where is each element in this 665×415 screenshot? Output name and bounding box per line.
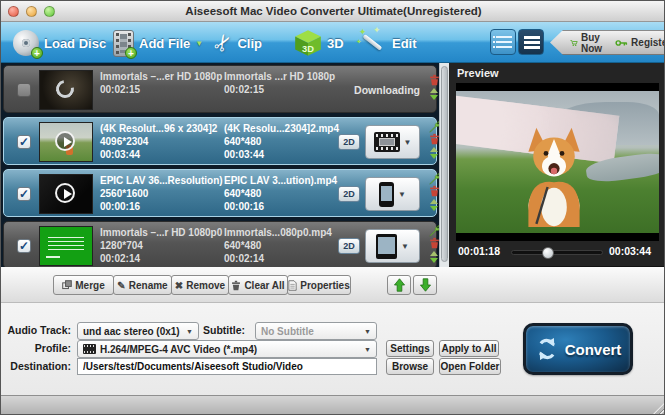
rename-button[interactable]: ✎ Rename bbox=[113, 275, 172, 295]
row-checkbox[interactable]: ✓ bbox=[17, 239, 31, 253]
video-thumbnail[interactable] bbox=[39, 174, 93, 214]
row-checkbox[interactable]: ✓ bbox=[17, 135, 31, 149]
filmstrip-icon: + bbox=[113, 30, 134, 57]
register-button[interactable]: Register bbox=[611, 37, 665, 49]
move-up-icon[interactable] bbox=[430, 147, 438, 152]
move-up-icon[interactable] bbox=[430, 251, 438, 256]
destination-input[interactable] bbox=[77, 358, 377, 375]
action-strip: Merge ✎ Rename ✖ Remove Clear All Proper… bbox=[1, 267, 665, 303]
convert-button[interactable]: Convert bbox=[523, 323, 633, 375]
delete-icon[interactable] bbox=[429, 185, 440, 197]
output-format-button[interactable]: ▼ bbox=[365, 177, 420, 211]
2d-3d-toggle-button[interactable]: 2D bbox=[338, 186, 360, 202]
edit-button[interactable]: ✦✦✦ Edit bbox=[361, 26, 417, 60]
add-file-button[interactable]: + Add File ▼ bbox=[113, 26, 203, 60]
open-folder-button[interactable]: Open Folder bbox=[439, 358, 501, 375]
add-file-label: Add File bbox=[139, 36, 190, 51]
document-icon bbox=[288, 280, 297, 291]
minimize-window-button[interactable] bbox=[26, 6, 37, 17]
video-display[interactable] bbox=[456, 83, 659, 241]
move-down-icon[interactable] bbox=[430, 258, 438, 263]
clip-button[interactable]: ✂ Clip bbox=[214, 26, 262, 60]
2d-3d-toggle-button[interactable]: 2D bbox=[338, 238, 360, 254]
video-thumbnail[interactable] bbox=[39, 122, 93, 162]
zoom-window-button[interactable] bbox=[44, 6, 55, 17]
profile-label: Profile: bbox=[5, 342, 71, 354]
row-checkbox[interactable]: ✓ bbox=[17, 187, 31, 201]
scissors-icon: ✂ bbox=[207, 29, 239, 58]
magic-wand-icon: ✦✦✦ bbox=[361, 30, 387, 56]
2d-3d-toggle-button[interactable]: 2D bbox=[338, 134, 360, 150]
x-icon: ✖ bbox=[175, 280, 183, 291]
file-row-downloading[interactable]: Immortals –...er HD 1080p 00:02:15 Immor… bbox=[3, 65, 437, 113]
simple-list-icon bbox=[524, 36, 540, 50]
convert-label: Convert bbox=[565, 341, 622, 358]
move-up-icon[interactable] bbox=[430, 199, 438, 204]
audio-track-value: und aac stereo (0x1) bbox=[83, 326, 180, 337]
cart-icon bbox=[570, 37, 578, 49]
remove-button[interactable]: ✖ Remove bbox=[171, 275, 229, 295]
delete-icon[interactable] bbox=[429, 133, 440, 145]
seek-slider[interactable] bbox=[511, 250, 603, 255]
3d-cube-icon: 3D bbox=[294, 29, 322, 57]
progress-ring-icon bbox=[52, 76, 77, 101]
app-window: Aiseesoft Mac Video Converter Ultimate(U… bbox=[0, 0, 665, 415]
pencil-icon: ✎ bbox=[117, 280, 125, 291]
close-window-button[interactable] bbox=[8, 6, 19, 17]
buy-now-button[interactable]: Buy Now bbox=[566, 32, 611, 54]
file-row-epic[interactable]: ✓ EPIC LAV 36...Resolution) 2560*1600 00… bbox=[3, 169, 437, 217]
chevron-down-icon: ▼ bbox=[404, 138, 412, 147]
settings-button[interactable]: Settings bbox=[386, 340, 434, 357]
mini-film-icon bbox=[83, 344, 96, 354]
iphone-format-icon bbox=[379, 182, 394, 207]
disc-icon: + bbox=[13, 30, 39, 56]
seek-handle[interactable] bbox=[542, 247, 554, 259]
file-row-4k[interactable]: ✓ (4K Resolut...96 x 2304]2 4096*2304 00… bbox=[3, 117, 437, 165]
3d-button[interactable]: 3D 3D bbox=[294, 26, 344, 60]
list-view-button[interactable] bbox=[518, 29, 544, 55]
file-row-immortals[interactable]: ✓ Immortals –...r HD 1080p0 1280*704 00:… bbox=[3, 221, 437, 269]
apply-to-all-button[interactable]: Apply to All bbox=[439, 340, 499, 357]
green-down-arrow-icon bbox=[419, 278, 432, 292]
move-up-icon[interactable] bbox=[430, 88, 438, 93]
chevron-down-icon[interactable]: ▼ bbox=[195, 39, 203, 48]
output-format-button[interactable]: ▼ bbox=[365, 229, 420, 263]
scrollbar-thumb[interactable] bbox=[441, 66, 448, 262]
move-selected-up-button[interactable] bbox=[387, 275, 411, 295]
corgi-dog bbox=[514, 123, 594, 227]
trash-icon bbox=[231, 280, 241, 291]
resize-grip[interactable] bbox=[652, 402, 665, 415]
list-scrollbar[interactable] bbox=[439, 63, 449, 269]
preview-title: Preview bbox=[457, 67, 499, 79]
move-down-icon[interactable] bbox=[430, 206, 438, 211]
svg-text:3D: 3D bbox=[302, 44, 314, 54]
output-format-button[interactable]: ▼ bbox=[365, 125, 420, 159]
play-overlay-icon[interactable] bbox=[55, 183, 75, 203]
status-bar bbox=[1, 395, 665, 415]
status-badge: Downloading bbox=[334, 84, 420, 96]
source-info: EPIC LAV 36...Resolution) 2560*1600 00:0… bbox=[100, 174, 222, 213]
delete-icon[interactable] bbox=[429, 74, 440, 86]
properties-button[interactable]: Properties bbox=[287, 275, 351, 295]
title-bar: Aiseesoft Mac Video Converter Ultimate(U… bbox=[1, 1, 665, 22]
video-thumbnail[interactable] bbox=[39, 70, 93, 110]
profile-dropdown[interactable]: H.264/MPEG-4 AVC Video (*.mp4) ▼ bbox=[77, 340, 377, 358]
subtitle-label: Subtitle: bbox=[183, 324, 245, 336]
thumbnail-view-button[interactable] bbox=[490, 29, 516, 55]
play-overlay-icon[interactable] bbox=[55, 131, 75, 151]
clip-label: Clip bbox=[237, 36, 262, 51]
green-up-arrow-icon bbox=[393, 278, 406, 292]
audio-track-dropdown[interactable]: und aac stereo (0x1) ▼ bbox=[77, 322, 199, 340]
move-down-icon[interactable] bbox=[430, 154, 438, 159]
load-disc-button[interactable]: + Load Disc ▼ bbox=[13, 26, 119, 60]
subtitle-dropdown[interactable]: No Subtitle ▼ bbox=[255, 322, 377, 340]
move-down-icon[interactable] bbox=[430, 95, 438, 100]
video-thumbnail[interactable] bbox=[39, 226, 93, 266]
delete-icon[interactable] bbox=[429, 237, 440, 249]
clear-all-button[interactable]: Clear All bbox=[228, 275, 288, 295]
merge-icon bbox=[62, 280, 72, 290]
move-selected-down-button[interactable] bbox=[413, 275, 437, 295]
browse-button[interactable]: Browse bbox=[386, 358, 434, 375]
merge-button[interactable]: Merge bbox=[53, 275, 114, 295]
row-checkbox[interactable] bbox=[17, 83, 31, 97]
